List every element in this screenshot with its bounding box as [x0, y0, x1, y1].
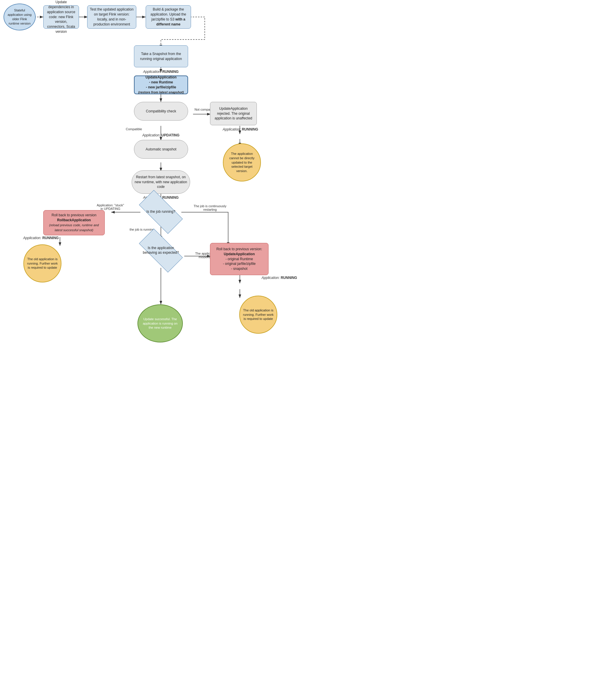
circle-old-app-2: The old application is running. Further …	[239, 296, 277, 334]
label-continuously-restarting: The job is continuously restarting	[187, 204, 233, 211]
status-running-1: Application: RUNNING	[129, 70, 193, 74]
box-take-snapshot: Take a Snapshot from the running origina…	[134, 45, 188, 67]
status-running-rejected: Application: RUNNING	[220, 127, 261, 131]
circle-cannot-update: The application cannot be directly updat…	[223, 143, 261, 181]
circle-success: Update successful. The application is ru…	[137, 304, 183, 343]
label-stuck: Application: "stuck"in UPDATING	[85, 203, 136, 210]
box-build-package-text: Build & package the application. Upload …	[148, 7, 188, 27]
label-job-running: the job is running	[120, 228, 164, 231]
diagram: Stateful application using older Flink r…	[0, 0, 308, 348]
box-update-deps: Update dependencies in application sourc…	[43, 5, 79, 29]
box-rollback-2: Roll back to previous version:UpdateAppl…	[210, 243, 269, 275]
circle-old-app-1: The old application is running. Further …	[23, 244, 61, 282]
box-rollback-1: Roll back to previous versionRollbackApp…	[43, 210, 105, 235]
box-update-application: UpdateApplication- new Runtime- new jarf…	[134, 76, 188, 94]
box-build-package: Build & package the application. Upload …	[146, 5, 191, 29]
status-updating: Application: UPDATING	[129, 133, 193, 137]
diamond-job-running: Is the job running?	[141, 201, 181, 222]
box-restart: Restart from latest snapshot, on new run…	[132, 170, 190, 194]
start-circle: Stateful application using older Flink r…	[3, 3, 36, 30]
label-compatible: Compatible	[126, 127, 142, 131]
diamond-behaving: Is the application behaving as expected?	[141, 240, 181, 261]
box-update-rejected: UpdateApplication rejected. The original…	[210, 102, 257, 125]
box-compat-check: Compatibility check	[134, 102, 188, 121]
status-running-rollback2: Application: RUNNING	[257, 276, 301, 280]
box-test-updated: Test the updated application on target F…	[87, 5, 136, 29]
box-auto-snapshot: Automatic snapshot	[134, 140, 188, 159]
status-running-rollback1: Application: RUNNING	[15, 236, 67, 240]
